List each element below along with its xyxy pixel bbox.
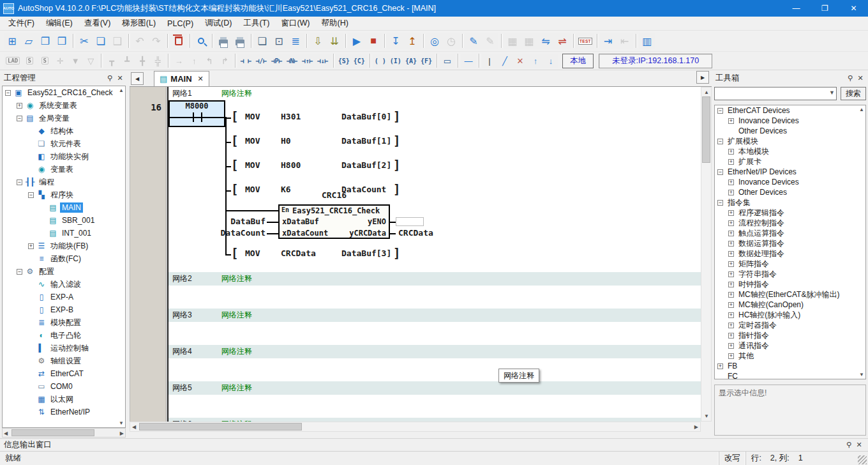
find-button[interactable] (193, 33, 209, 49)
project-tree-item-17[interactable]: ▯EXP-B (3, 303, 125, 316)
instruction-opcode[interactable]: MOV (245, 160, 260, 170)
expand-icon[interactable]: + (28, 243, 34, 249)
collapse-icon[interactable]: − (717, 200, 723, 206)
network-3-header[interactable]: 网络3网络注释 (168, 309, 701, 322)
close-button[interactable]: ✕ (839, 0, 868, 17)
block-box-button[interactable]: ▭ (440, 54, 455, 68)
crc16-function-block[interactable]: En Easy521_CRC16_Check xDataBuf yENO xDa… (278, 204, 390, 239)
project-tree-item-19[interactable]: ◐电子凸轮 (3, 329, 125, 342)
draw-vline-button[interactable]: | (482, 54, 497, 68)
scroll-up-icon[interactable]: ▲ (859, 107, 864, 112)
network-3-body[interactable] (168, 322, 701, 345)
expand-icon[interactable]: + (728, 302, 734, 308)
network-4-comment[interactable]: 网络注释 (221, 346, 252, 357)
network-1-body[interactable]: M8000 [MOVH301DataBuf[0]][MOVH0DataBuf[1… (168, 100, 701, 272)
toolbox-tree-item-0[interactable]: −EtherCAT Devices (715, 105, 865, 116)
expand-icon[interactable]: + (728, 333, 734, 339)
instruction-operand-1[interactable]: CRCData (281, 248, 316, 258)
project-tree-item-11[interactable]: ▤INT_001 (3, 227, 125, 240)
pin-icon[interactable]: ⚲ (844, 440, 854, 450)
scroll-down-icon[interactable]: ▼ (859, 372, 864, 377)
upload-button[interactable]: ↥ (404, 33, 421, 49)
expand-icon[interactable]: + (728, 323, 734, 328)
instruction-operand-2[interactable]: DataBuf[1] (341, 136, 391, 146)
menu-item-8[interactable]: 帮助(H) (316, 16, 354, 31)
minimize-button[interactable]: — (782, 0, 811, 17)
copy-button[interactable]: ❏ (93, 33, 109, 49)
compile-button[interactable]: ⇩ (310, 33, 326, 49)
contact-operand[interactable]: M8000 (168, 102, 225, 111)
project-tree-item-7[interactable]: −┨┠编程 (3, 176, 125, 188)
close-icon[interactable]: ✕ (115, 73, 125, 83)
project-hscrollbar[interactable]: ◀ ▶ (2, 428, 126, 438)
ladder-canvas[interactable]: 16 网络1 网络注释 M8000 [MOVH3 (130, 87, 701, 422)
project-tree-item-20[interactable]: ▍运动控制轴 (3, 342, 125, 354)
resize-grip[interactable] (858, 455, 867, 464)
new-project-button[interactable]: ⊞ (4, 33, 20, 49)
cross-reference-button[interactable]: ≣ (287, 33, 304, 49)
expand-icon[interactable]: + (717, 363, 723, 369)
menu-item-3[interactable]: 梯形图(L) (116, 16, 161, 31)
tab-main[interactable]: ▤ MAIN ✕ (154, 71, 209, 86)
menu-item-0[interactable]: 文件(F) (3, 16, 40, 31)
instruction-operand-1[interactable]: H301 (281, 112, 301, 121)
instruction-operand-2[interactable]: DataBuf[2] (341, 160, 391, 170)
collapse-icon[interactable]: − (17, 116, 22, 121)
device-panel-button[interactable]: ▥ (639, 33, 655, 49)
project-tree-item-12[interactable]: +☰功能块(FB) (3, 240, 125, 252)
expand-icon[interactable]: + (728, 353, 734, 359)
expand-icon[interactable]: + (728, 220, 734, 226)
scroll-down-icon[interactable]: ▼ (119, 420, 124, 426)
network-5-header[interactable]: 网络5网络注释 (168, 381, 701, 395)
application-block-button[interactable]: {A} (403, 54, 419, 68)
search-button[interactable]: 搜索 (841, 87, 866, 100)
collapse-icon[interactable]: − (17, 269, 22, 275)
network-5-body[interactable] (168, 395, 701, 418)
monitor-button[interactable]: ◎ (426, 33, 443, 49)
insert-network-button[interactable]: ⇋ (537, 33, 554, 49)
export-window-button[interactable]: ⊡ (271, 33, 287, 49)
expand-icon[interactable]: + (728, 149, 734, 155)
draw-hline-button[interactable]: — (461, 54, 476, 68)
toolbox-tree-item-1[interactable]: +Inovance Devices (715, 116, 865, 126)
project-tree-item-6[interactable]: ◉变量表 (3, 163, 125, 176)
instruction-operand-2[interactable]: DataBuf[0] (341, 112, 391, 121)
instruction-opcode[interactable]: MOV (245, 248, 260, 258)
cut-button[interactable]: ✂ (76, 33, 93, 49)
project-tree-item-22[interactable]: ⇄EtherCAT (3, 367, 125, 380)
project-tree-item-21[interactable]: ⚙轴组设置 (3, 354, 125, 367)
expand-icon[interactable]: + (728, 271, 734, 277)
project-tree-item-24[interactable]: ▦以太网 (3, 393, 125, 406)
project-tree-item-9[interactable]: ▤MAIN (3, 201, 125, 214)
online-edit-button[interactable]: ✎ (465, 33, 482, 49)
expand-icon[interactable]: + (728, 261, 734, 267)
contact-nc-button[interactable]: ⊣/⊢ (253, 54, 269, 68)
editor-hscrollbar[interactable]: ◀ ▶ (130, 422, 701, 432)
close-icon[interactable]: ✕ (855, 73, 865, 83)
instruction-opcode[interactable]: MOV (245, 185, 260, 194)
tab-close-icon[interactable]: ✕ (198, 75, 204, 83)
function-block-button[interactable]: {F} (419, 54, 434, 68)
coil-set-button[interactable]: {S} (336, 54, 352, 68)
contact-rising-button[interactable]: ⊣P⊢ (269, 54, 284, 68)
collapse-icon[interactable]: − (717, 169, 723, 175)
project-tree-item-1[interactable]: +◉系统变量表 (3, 99, 125, 112)
project-tree-item-8[interactable]: −▚程序块 (3, 188, 125, 201)
network-2-header[interactable]: 网络2网络注释 (168, 272, 701, 286)
expand-icon[interactable]: + (728, 251, 734, 257)
pin-icon[interactable]: ⚲ (845, 73, 855, 83)
expand-icon[interactable]: + (728, 118, 734, 124)
block-out2-operand[interactable]: CRCData (398, 228, 433, 238)
collapse-icon[interactable]: − (17, 179, 22, 185)
coil-invert-button[interactable]: (I) (388, 54, 403, 68)
menu-item-2[interactable]: 查看(V) (79, 16, 117, 31)
save-all-button[interactable]: ❒ (54, 33, 70, 49)
toolbox-tree-item-6[interactable]: −EtherNet/IP Devices (715, 167, 865, 177)
chevron-down-icon[interactable]: ▼ (829, 89, 835, 96)
stop-button[interactable]: ■ (365, 33, 382, 49)
contact-down-button[interactable]: ⊣↓⊢ (315, 54, 331, 68)
simulation-test-button[interactable]: TEST (576, 33, 594, 49)
output-window-bar[interactable]: 信息输出窗口 ⚲ ✕ (0, 438, 868, 451)
collapse-icon[interactable]: − (5, 90, 11, 96)
network-4-body[interactable] (168, 358, 701, 381)
